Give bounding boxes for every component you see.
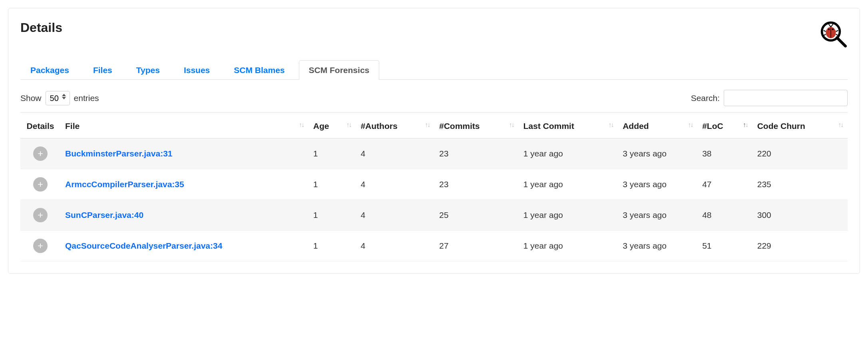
col-loc[interactable]: #LoC ↑↓ — [697, 113, 753, 138]
plus-icon — [36, 150, 44, 158]
col-commits-label: #Commits — [439, 121, 480, 131]
cell-loc: 38 — [697, 138, 753, 169]
col-churn-label: Code Churn — [757, 121, 805, 131]
table-controls: Show 50 entries Search: — [20, 90, 848, 113]
cell-added: 3 years ago — [618, 138, 697, 169]
cell-last-commit: 1 year ago — [519, 200, 618, 231]
col-added-label: Added — [623, 121, 649, 131]
col-file-label: File — [65, 121, 80, 131]
cell-loc: 51 — [697, 231, 753, 261]
card-header: Details — [20, 20, 848, 48]
cell-last-commit: 1 year ago — [519, 138, 618, 169]
file-link[interactable]: SunCParser.java:40 — [65, 210, 143, 220]
cell-churn: 300 — [753, 200, 848, 231]
svg-point-3 — [828, 28, 830, 30]
table-row: QacSourceCodeAnalyserParser.java:34 1 4 … — [20, 231, 848, 261]
sort-icon: ↑↓ — [688, 121, 693, 129]
sort-icon: ↑↓ — [425, 121, 430, 129]
tab-scm-blames[interactable]: SCM Blames — [224, 60, 295, 80]
cell-churn: 220 — [753, 138, 848, 169]
cell-commits: 23 — [434, 169, 519, 200]
table-row: SunCParser.java:40 1 4 25 1 year ago 3 y… — [20, 200, 848, 231]
bug-logo-icon — [820, 20, 848, 48]
sort-icon: ↑↓ — [346, 121, 351, 129]
cell-authors: 4 — [356, 138, 434, 169]
col-loc-label: #LoC — [702, 121, 723, 131]
details-card: Details Packages Files Types Issues SCM … — [8, 8, 860, 274]
sort-asc-icon: ↑↓ — [743, 121, 748, 129]
col-last-commit-label: Last Commit — [524, 121, 574, 131]
tab-scm-forensics[interactable]: SCM Forensics — [299, 60, 380, 80]
show-label-prefix: Show — [20, 93, 42, 103]
cell-commits: 25 — [434, 200, 519, 231]
col-age-label: Age — [313, 121, 329, 131]
svg-line-10 — [837, 38, 845, 46]
plus-icon — [36, 242, 44, 250]
expand-row-button[interactable] — [33, 146, 48, 161]
col-added[interactable]: Added ↑↓ — [618, 113, 697, 138]
cell-authors: 4 — [356, 231, 434, 261]
file-link[interactable]: BuckminsterParser.java:31 — [65, 149, 173, 158]
svg-point-4 — [832, 28, 834, 30]
cell-age: 1 — [309, 138, 356, 169]
file-link[interactable]: QacSourceCodeAnalyserParser.java:34 — [65, 241, 222, 250]
sort-icon: ↑↓ — [838, 121, 843, 129]
cell-added: 3 years ago — [618, 200, 697, 231]
cell-added: 3 years ago — [618, 169, 697, 200]
tab-issues[interactable]: Issues — [174, 60, 220, 80]
sort-icon: ↑↓ — [509, 121, 514, 129]
page-size-control: Show 50 entries — [20, 91, 99, 105]
col-details: Details — [20, 113, 60, 138]
search-input[interactable] — [724, 90, 848, 106]
cell-added: 3 years ago — [618, 231, 697, 261]
forensics-table: Details File ↑↓ Age ↑↓ #Authors ↑↓ #Comm… — [20, 113, 848, 261]
cell-authors: 4 — [356, 200, 434, 231]
col-file[interactable]: File ↑↓ — [60, 113, 309, 138]
table-header-row: Details File ↑↓ Age ↑↓ #Authors ↑↓ #Comm… — [20, 113, 848, 138]
col-authors-label: #Authors — [360, 121, 397, 131]
sort-icon: ↑↓ — [608, 121, 613, 129]
file-link[interactable]: ArmccCompilerParser.java:35 — [65, 180, 184, 189]
cell-age: 1 — [309, 231, 356, 261]
cell-last-commit: 1 year ago — [519, 169, 618, 200]
col-churn[interactable]: Code Churn ↑↓ — [753, 113, 848, 138]
cell-authors: 4 — [356, 169, 434, 200]
tab-types[interactable]: Types — [126, 60, 170, 80]
search-box: Search: — [691, 90, 848, 106]
cell-loc: 48 — [697, 200, 753, 231]
page-size-select[interactable]: 50 — [46, 91, 70, 105]
cell-commits: 23 — [434, 138, 519, 169]
cell-age: 1 — [309, 200, 356, 231]
tabs-bar: Packages Files Types Issues SCM Blames S… — [20, 60, 848, 80]
col-commits[interactable]: #Commits ↑↓ — [434, 113, 519, 138]
cell-loc: 47 — [697, 169, 753, 200]
expand-row-button[interactable] — [33, 239, 48, 253]
expand-row-button[interactable] — [33, 208, 48, 222]
cell-commits: 27 — [434, 231, 519, 261]
table-body: BuckminsterParser.java:31 1 4 23 1 year … — [20, 138, 848, 261]
plus-icon — [36, 211, 44, 219]
show-label-suffix: entries — [74, 93, 99, 103]
table-row: BuckminsterParser.java:31 1 4 23 1 year … — [20, 138, 848, 169]
col-details-label: Details — [27, 121, 54, 131]
plus-icon — [36, 180, 44, 188]
page-title: Details — [20, 20, 62, 35]
sort-icon: ↑↓ — [299, 121, 304, 129]
col-authors[interactable]: #Authors ↑↓ — [356, 113, 434, 138]
cell-age: 1 — [309, 169, 356, 200]
cell-churn: 235 — [753, 169, 848, 200]
tab-packages[interactable]: Packages — [20, 60, 79, 80]
cell-last-commit: 1 year ago — [519, 231, 618, 261]
tab-files[interactable]: Files — [83, 60, 122, 80]
expand-row-button[interactable] — [33, 177, 48, 192]
table-row: ArmccCompilerParser.java:35 1 4 23 1 yea… — [20, 169, 848, 200]
col-age[interactable]: Age ↑↓ — [309, 113, 356, 138]
col-last-commit[interactable]: Last Commit ↑↓ — [519, 113, 618, 138]
cell-churn: 229 — [753, 231, 848, 261]
search-label: Search: — [691, 93, 720, 103]
